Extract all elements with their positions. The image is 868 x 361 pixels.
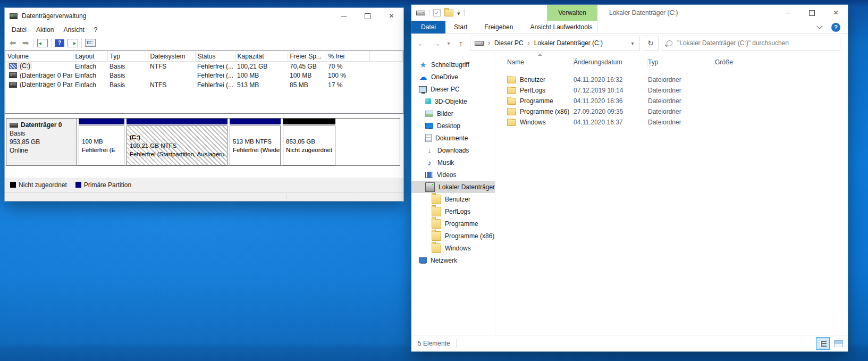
search-box[interactable] xyxy=(662,36,840,51)
quick-access-icon[interactable] xyxy=(429,9,429,16)
address-dropdown-icon[interactable] xyxy=(628,39,637,47)
breadcrumb[interactable]: Dieser PCLokaler Datenträger (C:) xyxy=(470,36,640,51)
volume-row[interactable]: (C:) Einfach Basis NTFS Fehlerfrei (... … xyxy=(5,62,403,71)
sidebar-item[interactable]: Downloads xyxy=(411,144,495,156)
maximize-button[interactable] xyxy=(356,8,380,24)
sidebar-item[interactable]: Windows xyxy=(411,242,495,254)
maximize-button[interactable] xyxy=(800,5,824,21)
menu-item[interactable]: Datei xyxy=(7,25,31,35)
sidebar-item[interactable]: Schnellzugriff xyxy=(411,58,495,71)
toolbar-icon[interactable] xyxy=(8,38,18,48)
quick-access-icon[interactable] xyxy=(433,9,441,16)
column-header[interactable] xyxy=(369,51,403,62)
sidebar-item[interactable]: PerfLogs xyxy=(411,205,495,217)
sidebar-item[interactable]: Desktop xyxy=(411,120,495,132)
column-header[interactable]: Name xyxy=(507,57,574,67)
column-header[interactable]: Freier Sp... xyxy=(288,51,326,62)
volume-row[interactable]: (Datenträger 0 Par... Einfach Basis NTFS… xyxy=(5,80,403,90)
file-row[interactable]: PerfLogs 07.12.2019 10:14 Dateiordner xyxy=(495,85,848,96)
sidebar-item-label: Windows xyxy=(445,245,471,252)
quick-access-icon[interactable] xyxy=(416,11,425,15)
volume-row[interactable]: (Datenträger 0 Par... Einfach Basis Fehl… xyxy=(5,71,403,81)
toolbar-icon[interactable] xyxy=(33,38,34,48)
sidebar-item[interactable]: Programme xyxy=(411,217,495,230)
explorer-status-bar: 5 Elemente xyxy=(411,335,848,351)
sidebar-item[interactable]: Videos xyxy=(411,169,495,181)
menu-item[interactable]: ? xyxy=(89,25,103,35)
sidebar-item[interactable]: Bilder xyxy=(411,107,495,120)
close-button[interactable] xyxy=(824,5,848,21)
sidebar-item-icon xyxy=(425,123,433,129)
toolbar-icon[interactable] xyxy=(81,38,82,48)
partition[interactable]: (C:) 100,21 GB NTFS Fehlerfrei (Startpar… xyxy=(127,119,227,165)
sidebar-item[interactable]: Benutzer xyxy=(411,193,495,205)
file-row[interactable]: Programme 04.11.2020 16:36 Dateiordner xyxy=(495,96,848,106)
sidebar-item[interactable]: Dokumente xyxy=(411,132,495,144)
ribbon-tab[interactable]: Datei xyxy=(411,21,445,33)
column-header[interactable]: Dateisystem xyxy=(148,51,195,62)
tab-drive-tools[interactable]: Laufwerktools xyxy=(547,21,598,33)
status-bar xyxy=(5,192,403,201)
thumbnails-view-button[interactable] xyxy=(831,337,845,350)
explorer-titlebar[interactable]: Verwalten Lokaler Datenträger (C:) xyxy=(411,5,848,21)
disk-management-window: Datenträgerverwaltung DateiAktionAnsicht… xyxy=(4,7,404,202)
quick-access-icon[interactable] xyxy=(444,10,453,16)
column-header[interactable]: Typ xyxy=(107,51,148,62)
column-header[interactable]: Volume xyxy=(5,51,73,62)
sidebar-item[interactable]: 3D-Objekte xyxy=(411,95,495,107)
up-button[interactable] xyxy=(455,37,467,49)
toolbar-icon[interactable] xyxy=(68,39,78,47)
menu-item[interactable]: Ansicht xyxy=(58,25,89,35)
file-row[interactable]: Programme (x86) 27.09.2020 09:35 Dateior… xyxy=(495,106,848,117)
partition[interactable]: 513 MB NTFS Fehlerfrei (Wieder xyxy=(230,119,281,165)
toolbar-icon[interactable] xyxy=(51,38,52,48)
sidebar-item[interactable]: OneDrive xyxy=(411,71,495,83)
sidebar-item[interactable]: Programme (x86) xyxy=(411,230,495,242)
menu-item[interactable]: Aktion xyxy=(31,25,58,35)
partition[interactable]: 100 MB Fehlerfrei (E xyxy=(79,119,124,165)
back-button[interactable] xyxy=(416,37,427,49)
breadcrumb-item[interactable]: Dieser PC xyxy=(486,39,526,47)
close-button[interactable] xyxy=(380,8,403,24)
disk-management-titlebar[interactable]: Datenträgerverwaltung xyxy=(5,8,403,24)
toolbar-icon[interactable] xyxy=(21,38,30,48)
quick-access-icon[interactable] xyxy=(457,8,460,18)
sidebar-item[interactable]: Lokaler Datenträger (C:) xyxy=(411,181,495,193)
column-header[interactable]: Status xyxy=(195,51,235,62)
recent-locations-icon[interactable] xyxy=(445,37,452,49)
ribbon-collapse-icon[interactable] xyxy=(816,23,822,29)
refresh-button[interactable] xyxy=(643,36,659,51)
forward-button[interactable] xyxy=(431,37,442,49)
column-header[interactable]: Änderungsdatum xyxy=(574,57,648,67)
sidebar-item[interactable]: Dieser PC xyxy=(411,83,495,95)
column-header[interactable]: Layout xyxy=(73,51,107,62)
file-row[interactable]: Benutzer 04.11.2020 16:32 Dateiordner xyxy=(495,74,848,85)
sidebar-item-label: Dieser PC xyxy=(431,86,460,93)
column-header[interactable]: Typ xyxy=(648,57,715,67)
column-header[interactable]: Kapazität xyxy=(235,51,288,62)
partition[interactable]: 853,05 GB Nicht zugeordnet xyxy=(283,119,335,165)
column-header[interactable]: Größe xyxy=(715,57,761,67)
sidebar-item[interactable]: Netzwerk xyxy=(411,254,495,266)
breadcrumb-item[interactable]: Lokaler Datenträger (C:) xyxy=(526,39,605,47)
minimize-button[interactable] xyxy=(776,5,800,21)
file-row[interactable]: Windows 04.11.2020 16:37 Dateiordner xyxy=(495,117,848,128)
details-view-button[interactable] xyxy=(816,337,830,350)
toolbar-icon[interactable] xyxy=(37,39,48,47)
disk-header[interactable]: Datenträger 0 Basis 953,85 GB Online xyxy=(6,119,77,165)
quick-access-icon[interactable] xyxy=(464,9,465,16)
help-icon[interactable] xyxy=(831,23,840,32)
sort-ascending-icon xyxy=(538,54,542,56)
sidebar-item[interactable]: Musik xyxy=(411,156,495,169)
column-header[interactable]: % frei xyxy=(326,51,369,62)
ribbon-tab[interactable]: Freigeben xyxy=(476,21,521,33)
legend-item: Nicht zugeordnet xyxy=(10,181,67,189)
toolbar-icon[interactable] xyxy=(55,39,64,47)
toolbar-icon[interactable] xyxy=(85,39,96,47)
sidebar-item-label: Schnellzugriff xyxy=(431,61,469,69)
search-input[interactable] xyxy=(676,39,836,47)
ribbon-tab[interactable]: Start xyxy=(445,21,476,33)
sidebar-item-label: Musik xyxy=(437,159,454,166)
minimize-button[interactable] xyxy=(332,8,356,24)
manage-contextual-tab[interactable]: Verwalten xyxy=(547,5,597,21)
